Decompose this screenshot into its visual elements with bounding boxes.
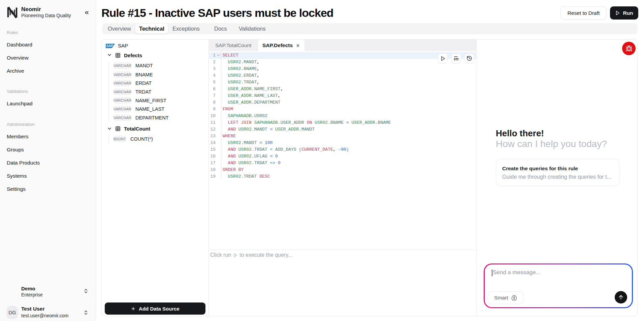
svg-text:SAP: SAP: [106, 44, 113, 48]
